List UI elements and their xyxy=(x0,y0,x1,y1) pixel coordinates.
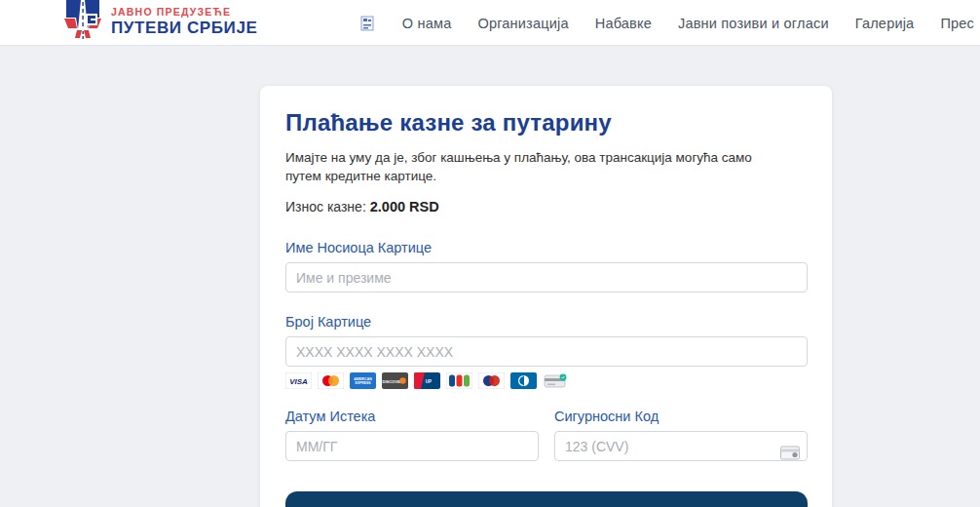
nav-item-o-nama[interactable]: О нама xyxy=(402,16,452,31)
logo-subtitle: ЈАВНО ПРЕДУЗЕЋЕ xyxy=(111,6,257,18)
cvv-column: Сигурносни Код xyxy=(554,409,808,461)
expiry-cvv-row: Датум Истека Сигурносни Код xyxy=(285,409,808,461)
mastercard-icon xyxy=(318,372,344,389)
payment-note: Имајте на уму да је, због кашњења у плаћ… xyxy=(285,148,777,185)
nav-item-pres[interactable]: Прес xyxy=(940,16,974,31)
cvv-card-icon xyxy=(780,446,800,460)
amex-icon: AMERICAN EXPRESS xyxy=(350,372,376,389)
putevi-srbije-logo-icon xyxy=(62,0,103,43)
logo-title: ПУТЕВИ СРБИЈЕ xyxy=(111,19,257,38)
discover-icon: DISCOVER xyxy=(382,372,408,389)
cvv-input-wrap xyxy=(554,431,808,461)
unionpay-icon: UP xyxy=(414,372,440,389)
cvv-input[interactable] xyxy=(554,431,808,461)
logo-text: ЈАВНО ПРЕДУЗЕЋЕ ПУТЕВИ СРБИЈЕ xyxy=(111,6,257,38)
fine-amount-label: Износ казне: xyxy=(285,199,366,214)
language-icon[interactable] xyxy=(360,16,374,31)
nav-item-nabavke[interactable]: Набавке xyxy=(595,16,652,31)
main-nav: О нама Организација Набавке Јавни позиви… xyxy=(360,16,974,31)
maestro-icon xyxy=(478,372,505,389)
submit-button[interactable] xyxy=(285,491,808,507)
page-title: Плаћање казне за путарину xyxy=(285,109,808,136)
nav-item-javni-pozivi[interactable]: Јавни позиви и огласи xyxy=(678,16,829,31)
svg-text:VISA: VISA xyxy=(289,377,308,386)
cardholder-label: Име Носиоца Картице xyxy=(285,240,808,255)
secure-card-icon xyxy=(543,372,569,389)
expiry-input[interactable] xyxy=(285,431,539,461)
expiry-column: Датум Истека xyxy=(285,409,539,461)
card-number-input[interactable] xyxy=(285,336,808,367)
accepted-cards: VISA AMERICAN EXPRESS DISCOVER UP xyxy=(285,372,808,389)
payment-card: Плаћање казне за путарину Имајте на уму … xyxy=(260,86,832,507)
svg-text:UP: UP xyxy=(426,379,432,384)
card-number-label: Број Картице xyxy=(285,314,808,330)
svg-text:EXPRESS: EXPRESS xyxy=(355,381,371,385)
header: ЈАВНО ПРЕДУЗЕЋЕ ПУТЕВИ СРБИЈЕ О нама Орг… xyxy=(0,0,980,46)
diners-icon xyxy=(510,372,537,389)
nav-item-organizacija[interactable]: Организација xyxy=(477,16,568,31)
fine-amount-value: 2.000 RSD xyxy=(370,199,439,214)
fine-amount: Износ казне:2.000 RSD xyxy=(285,199,808,214)
jcb-icon xyxy=(446,372,472,389)
expiry-label: Датум Истека xyxy=(285,409,539,424)
logo[interactable]: ЈАВНО ПРЕДУЗЕЋЕ ПУТЕВИ СРБИЈЕ xyxy=(62,3,257,43)
cvv-label: Сигурносни Код xyxy=(554,409,808,424)
visa-icon: VISA xyxy=(285,372,312,389)
cardholder-input[interactable] xyxy=(285,262,808,292)
nav-item-galerija[interactable]: Галерија xyxy=(855,16,915,31)
